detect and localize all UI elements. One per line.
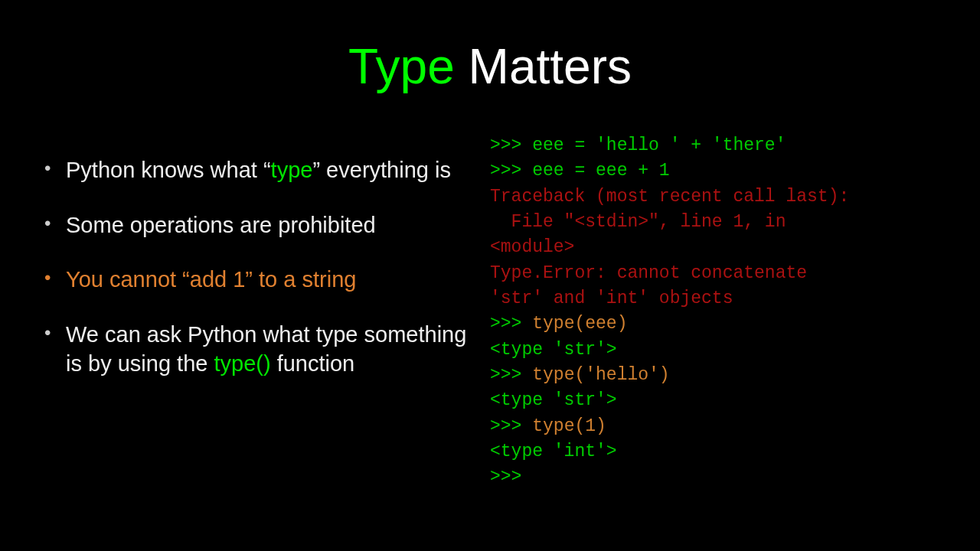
- bullet-text: ” everything is: [312, 158, 451, 182]
- code-input: type(1): [532, 416, 606, 436]
- code-input: eee = eee + 1: [532, 161, 669, 181]
- bullet-item-3: You cannot “add 1” to a string: [38, 266, 467, 295]
- bullet-highlight: type: [271, 158, 313, 182]
- code-prompt: >>>: [490, 314, 532, 334]
- bullet-item-1: Python knows what “type” everything is: [38, 156, 467, 185]
- code-output: <type 'int'>: [490, 442, 617, 461]
- code-output: <type 'str'>: [490, 390, 617, 410]
- code-prompt: >>>: [490, 365, 532, 385]
- slide: Type Matters Python knows what “type” ev…: [0, 0, 980, 551]
- bullet-item-2: Some operations are prohibited: [38, 211, 467, 240]
- bullet-text: function: [271, 351, 355, 376]
- code-input: type('hello'): [532, 365, 669, 385]
- title-word-1: Type: [348, 39, 455, 94]
- code-input: type(eee): [532, 314, 627, 334]
- code-error: Type.Error: cannot concatenate: [490, 263, 818, 283]
- code-input: eee = 'hello ' + 'there': [532, 135, 786, 155]
- bullet-text: You cannot “add 1” to a string: [66, 267, 356, 292]
- bullet-text: Python knows what “: [66, 158, 271, 182]
- bullet-highlight: type(): [214, 351, 270, 376]
- slide-body: Python knows what “type” everything is S…: [38, 133, 942, 491]
- code-error: File "<stdin>", line 1, in: [490, 212, 796, 232]
- code-prompt: >>>: [490, 135, 532, 155]
- bullet-text: Some operations are prohibited: [66, 213, 376, 237]
- code-prompt: >>>: [490, 416, 532, 436]
- title-word-2: Matters: [455, 39, 632, 94]
- bullet-column: Python knows what “type” everything is S…: [38, 133, 467, 491]
- code-prompt: >>>: [490, 467, 532, 487]
- bullet-list: Python knows what “type” everything is S…: [38, 156, 467, 378]
- code-block: >>> eee = 'hello ' + 'there' >>> eee = e…: [490, 133, 942, 491]
- slide-title: Type Matters: [38, 38, 942, 95]
- code-prompt: >>>: [490, 161, 532, 181]
- code-error: <module>: [490, 237, 574, 257]
- code-error: Traceback (most recent call last):: [490, 187, 849, 207]
- code-output: <type 'str'>: [490, 340, 617, 360]
- bullet-item-4: We can ask Python what type something is…: [38, 321, 467, 378]
- code-error: 'str' and 'int' objects: [490, 289, 733, 308]
